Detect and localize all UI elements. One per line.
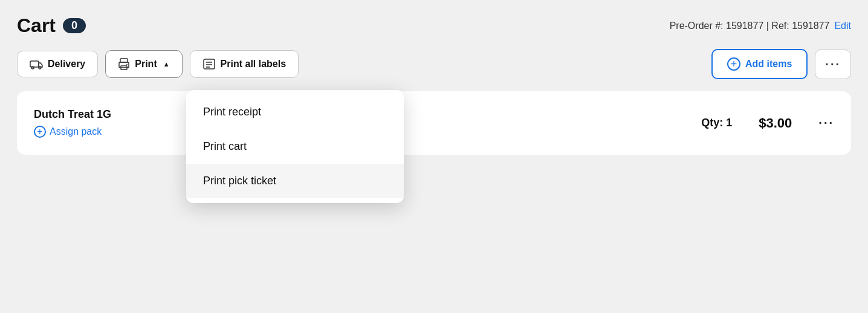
dropdown-item-print-pick-ticket[interactable]: Print pick ticket [186, 164, 404, 198]
labels-icon [202, 58, 216, 70]
svg-rect-3 [120, 59, 128, 62]
svg-rect-0 [30, 61, 39, 67]
more-dots-icon: ··· [825, 57, 841, 71]
header-row: Cart 0 Pre-Order #: 1591877 | Ref: 15918… [17, 15, 851, 37]
toolbar-row: Delivery Print ▲ Print all labels + A [17, 49, 851, 79]
svg-point-6 [126, 64, 128, 65]
item-quantity: Qty: 1 [701, 117, 732, 129]
item-price: $3.00 [759, 115, 792, 131]
delivery-label: Delivery [48, 59, 85, 69]
cart-label: Cart [17, 15, 56, 37]
print-label: Print [135, 59, 157, 69]
order-info: Pre-Order #: 1591877 | Ref: 1591877 Edit [670, 21, 851, 31]
chevron-up-icon: ▲ [163, 60, 170, 68]
print-dropdown-menu: Print receipt Print cart Print pick tick… [186, 90, 404, 203]
edit-link[interactable]: Edit [834, 21, 851, 31]
item-more-button[interactable]: ··· [818, 116, 834, 130]
order-info-text: Pre-Order #: 1591877 | Ref: 1591877 [670, 21, 830, 31]
print-icon [118, 58, 130, 70]
print-all-labels-button[interactable]: Print all labels [190, 50, 299, 78]
cart-item-card: Dutch Treat 1G + Assign pack Qty: 1 $3.0… [17, 91, 851, 155]
print-button[interactable]: Print ▲ [105, 50, 182, 78]
assign-pack-label: Assign pack [50, 126, 102, 137]
dropdown-item-print-cart[interactable]: Print cart [186, 129, 404, 164]
cart-count-badge: 0 [63, 18, 86, 33]
add-items-button[interactable]: + Add items [711, 49, 808, 79]
delivery-icon [30, 59, 43, 69]
page-container: Cart 0 Pre-Order #: 1591877 | Ref: 15918… [0, 0, 868, 313]
assign-pack-plus-icon: + [34, 126, 46, 138]
delivery-button[interactable]: Delivery [17, 51, 98, 77]
more-options-button[interactable]: ··· [815, 50, 851, 79]
print-all-labels-label: Print all labels [221, 59, 286, 69]
add-items-icon: + [727, 57, 740, 71]
svg-point-2 [39, 66, 41, 69]
add-items-label: Add items [745, 59, 792, 69]
dropdown-item-print-receipt[interactable]: Print receipt [186, 95, 404, 129]
cart-title: Cart 0 [17, 15, 86, 37]
svg-point-1 [31, 66, 34, 69]
